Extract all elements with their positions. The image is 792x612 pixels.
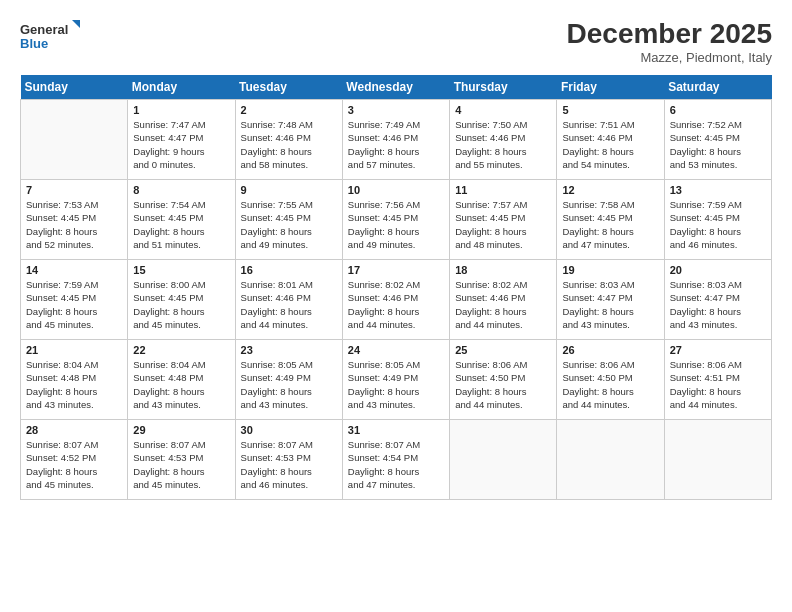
col-wednesday: Wednesday (342, 75, 449, 100)
table-row: 12Sunrise: 7:58 AM Sunset: 4:45 PM Dayli… (557, 180, 664, 260)
day-number: 21 (26, 344, 122, 356)
table-row: 11Sunrise: 7:57 AM Sunset: 4:45 PM Dayli… (450, 180, 557, 260)
day-number: 5 (562, 104, 658, 116)
day-number: 2 (241, 104, 337, 116)
day-info: Sunrise: 7:49 AM Sunset: 4:46 PM Dayligh… (348, 118, 444, 171)
day-info: Sunrise: 8:05 AM Sunset: 4:49 PM Dayligh… (348, 358, 444, 411)
title-block: December 2025 Mazze, Piedmont, Italy (567, 18, 772, 65)
day-number: 24 (348, 344, 444, 356)
day-number: 30 (241, 424, 337, 436)
table-row: 9Sunrise: 7:55 AM Sunset: 4:45 PM Daylig… (235, 180, 342, 260)
day-number: 23 (241, 344, 337, 356)
table-row: 14Sunrise: 7:59 AM Sunset: 4:45 PM Dayli… (21, 260, 128, 340)
table-row: 27Sunrise: 8:06 AM Sunset: 4:51 PM Dayli… (664, 340, 771, 420)
day-info: Sunrise: 7:51 AM Sunset: 4:46 PM Dayligh… (562, 118, 658, 171)
day-info: Sunrise: 8:04 AM Sunset: 4:48 PM Dayligh… (26, 358, 122, 411)
day-info: Sunrise: 7:53 AM Sunset: 4:45 PM Dayligh… (26, 198, 122, 251)
month-title: December 2025 (567, 18, 772, 50)
logo-svg: General Blue (20, 18, 80, 54)
table-row (664, 420, 771, 500)
col-tuesday: Tuesday (235, 75, 342, 100)
day-info: Sunrise: 7:54 AM Sunset: 4:45 PM Dayligh… (133, 198, 229, 251)
day-info: Sunrise: 7:55 AM Sunset: 4:45 PM Dayligh… (241, 198, 337, 251)
day-number: 14 (26, 264, 122, 276)
day-info: Sunrise: 8:07 AM Sunset: 4:53 PM Dayligh… (133, 438, 229, 491)
col-saturday: Saturday (664, 75, 771, 100)
col-sunday: Sunday (21, 75, 128, 100)
page-header: General Blue December 2025 Mazze, Piedmo… (20, 18, 772, 65)
day-info: Sunrise: 7:58 AM Sunset: 4:45 PM Dayligh… (562, 198, 658, 251)
day-number: 25 (455, 344, 551, 356)
table-row: 29Sunrise: 8:07 AM Sunset: 4:53 PM Dayli… (128, 420, 235, 500)
day-info: Sunrise: 8:00 AM Sunset: 4:45 PM Dayligh… (133, 278, 229, 331)
calendar-table: Sunday Monday Tuesday Wednesday Thursday… (20, 75, 772, 500)
day-info: Sunrise: 8:07 AM Sunset: 4:53 PM Dayligh… (241, 438, 337, 491)
day-number: 28 (26, 424, 122, 436)
calendar-week-row: 7Sunrise: 7:53 AM Sunset: 4:45 PM Daylig… (21, 180, 772, 260)
table-row: 5Sunrise: 7:51 AM Sunset: 4:46 PM Daylig… (557, 100, 664, 180)
day-info: Sunrise: 7:50 AM Sunset: 4:46 PM Dayligh… (455, 118, 551, 171)
day-info: Sunrise: 8:03 AM Sunset: 4:47 PM Dayligh… (562, 278, 658, 331)
day-info: Sunrise: 8:06 AM Sunset: 4:50 PM Dayligh… (455, 358, 551, 411)
day-number: 18 (455, 264, 551, 276)
day-info: Sunrise: 7:52 AM Sunset: 4:45 PM Dayligh… (670, 118, 766, 171)
day-number: 11 (455, 184, 551, 196)
day-info: Sunrise: 8:07 AM Sunset: 4:52 PM Dayligh… (26, 438, 122, 491)
day-number: 27 (670, 344, 766, 356)
svg-marker-1 (72, 20, 80, 28)
calendar-week-row: 1Sunrise: 7:47 AM Sunset: 4:47 PM Daylig… (21, 100, 772, 180)
table-row: 19Sunrise: 8:03 AM Sunset: 4:47 PM Dayli… (557, 260, 664, 340)
day-number: 10 (348, 184, 444, 196)
table-row: 4Sunrise: 7:50 AM Sunset: 4:46 PM Daylig… (450, 100, 557, 180)
day-info: Sunrise: 8:04 AM Sunset: 4:48 PM Dayligh… (133, 358, 229, 411)
logo: General Blue (20, 18, 80, 54)
day-info: Sunrise: 8:07 AM Sunset: 4:54 PM Dayligh… (348, 438, 444, 491)
svg-text:General: General (20, 22, 68, 37)
day-info: Sunrise: 7:59 AM Sunset: 4:45 PM Dayligh… (670, 198, 766, 251)
day-info: Sunrise: 7:56 AM Sunset: 4:45 PM Dayligh… (348, 198, 444, 251)
calendar-header-row: Sunday Monday Tuesday Wednesday Thursday… (21, 75, 772, 100)
day-number: 1 (133, 104, 229, 116)
table-row: 20Sunrise: 8:03 AM Sunset: 4:47 PM Dayli… (664, 260, 771, 340)
day-info: Sunrise: 7:59 AM Sunset: 4:45 PM Dayligh… (26, 278, 122, 331)
table-row: 3Sunrise: 7:49 AM Sunset: 4:46 PM Daylig… (342, 100, 449, 180)
calendar-week-row: 21Sunrise: 8:04 AM Sunset: 4:48 PM Dayli… (21, 340, 772, 420)
table-row: 28Sunrise: 8:07 AM Sunset: 4:52 PM Dayli… (21, 420, 128, 500)
day-number: 9 (241, 184, 337, 196)
col-friday: Friday (557, 75, 664, 100)
day-number: 17 (348, 264, 444, 276)
table-row: 17Sunrise: 8:02 AM Sunset: 4:46 PM Dayli… (342, 260, 449, 340)
table-row: 18Sunrise: 8:02 AM Sunset: 4:46 PM Dayli… (450, 260, 557, 340)
col-thursday: Thursday (450, 75, 557, 100)
table-row: 30Sunrise: 8:07 AM Sunset: 4:53 PM Dayli… (235, 420, 342, 500)
table-row: 13Sunrise: 7:59 AM Sunset: 4:45 PM Dayli… (664, 180, 771, 260)
svg-text:Blue: Blue (20, 36, 48, 51)
day-info: Sunrise: 8:06 AM Sunset: 4:50 PM Dayligh… (562, 358, 658, 411)
table-row: 6Sunrise: 7:52 AM Sunset: 4:45 PM Daylig… (664, 100, 771, 180)
table-row: 23Sunrise: 8:05 AM Sunset: 4:49 PM Dayli… (235, 340, 342, 420)
day-number: 26 (562, 344, 658, 356)
day-number: 12 (562, 184, 658, 196)
table-row: 16Sunrise: 8:01 AM Sunset: 4:46 PM Dayli… (235, 260, 342, 340)
day-number: 6 (670, 104, 766, 116)
table-row: 25Sunrise: 8:06 AM Sunset: 4:50 PM Dayli… (450, 340, 557, 420)
day-number: 29 (133, 424, 229, 436)
table-row: 7Sunrise: 7:53 AM Sunset: 4:45 PM Daylig… (21, 180, 128, 260)
day-number: 31 (348, 424, 444, 436)
day-number: 7 (26, 184, 122, 196)
table-row: 26Sunrise: 8:06 AM Sunset: 4:50 PM Dayli… (557, 340, 664, 420)
table-row: 1Sunrise: 7:47 AM Sunset: 4:47 PM Daylig… (128, 100, 235, 180)
calendar-page: General Blue December 2025 Mazze, Piedmo… (0, 0, 792, 612)
table-row (450, 420, 557, 500)
location: Mazze, Piedmont, Italy (567, 50, 772, 65)
day-number: 16 (241, 264, 337, 276)
table-row: 8Sunrise: 7:54 AM Sunset: 4:45 PM Daylig… (128, 180, 235, 260)
day-info: Sunrise: 7:57 AM Sunset: 4:45 PM Dayligh… (455, 198, 551, 251)
day-number: 13 (670, 184, 766, 196)
table-row (21, 100, 128, 180)
table-row: 10Sunrise: 7:56 AM Sunset: 4:45 PM Dayli… (342, 180, 449, 260)
day-number: 8 (133, 184, 229, 196)
day-number: 3 (348, 104, 444, 116)
table-row: 24Sunrise: 8:05 AM Sunset: 4:49 PM Dayli… (342, 340, 449, 420)
day-info: Sunrise: 8:02 AM Sunset: 4:46 PM Dayligh… (455, 278, 551, 331)
